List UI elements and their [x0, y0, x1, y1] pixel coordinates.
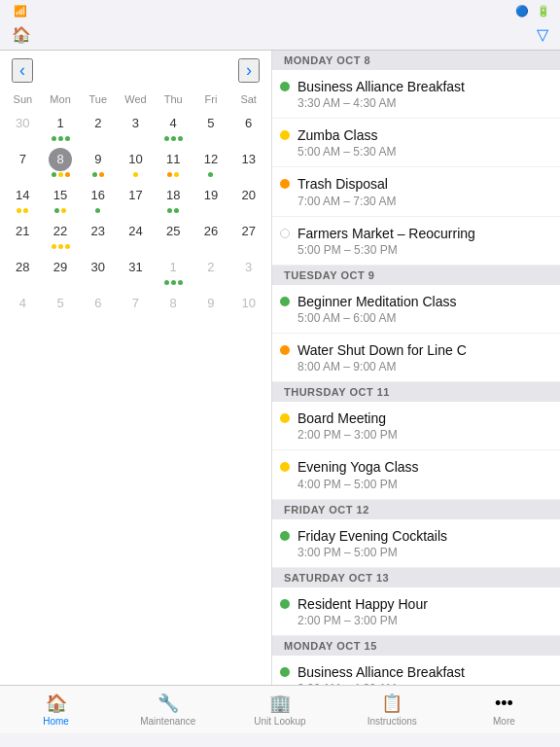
day-dots — [155, 136, 192, 142]
calendar-day-0-0[interactable]: 30 — [4, 108, 42, 144]
event-item-0-1[interactable]: Zumba Class5:00 AM – 5:30 AM — [272, 119, 560, 167]
event-item-3-0[interactable]: Friday Evening Cocktails3:00 PM – 5:00 P… — [272, 519, 560, 568]
event-item-0-3[interactable]: Farmers Market – Reocurring5:00 PM – 5:3… — [272, 217, 560, 266]
calendar-day-5-2[interactable]: 6 — [79, 288, 117, 324]
calendar-day-5-6[interactable]: 10 — [229, 288, 267, 324]
calendar-weeks: 3012345678910111213141516171819202122232… — [0, 108, 271, 324]
event-item-4-0[interactable]: Resident Happy Hour2:00 PM – 3:00 PM — [272, 587, 560, 636]
event-time: 3:30 AM – 4:30 AM — [298, 96, 465, 110]
day-dots — [155, 208, 192, 214]
calendar-day-0-3[interactable]: 3 — [117, 108, 155, 144]
calendar-day-5-3[interactable]: 7 — [117, 288, 155, 324]
calendar-day-5-0[interactable]: 4 — [4, 288, 42, 324]
event-title: Resident Happy Hour — [298, 595, 428, 613]
calendar-day-4-1[interactable]: 29 — [42, 252, 80, 288]
calendar-day-2-6[interactable]: 20 — [229, 180, 267, 216]
event-dot-yellow — [58, 244, 63, 249]
day-number: 30 — [11, 112, 34, 135]
tab-more[interactable]: •••More — [448, 694, 560, 727]
calendar-day-4-3[interactable]: 31 — [117, 252, 155, 288]
calendar-day-3-3[interactable]: 24 — [117, 216, 155, 252]
tab-instructions[interactable]: 📋Instructions — [336, 693, 448, 727]
day-number: 22 — [49, 220, 72, 243]
calendar-day-2-5[interactable]: 19 — [192, 180, 230, 216]
event-item-0-0[interactable]: Business Alliance Breakfast3:30 AM – 4:3… — [272, 70, 560, 119]
day-dots — [42, 208, 80, 214]
calendar-day-4-2[interactable]: 30 — [79, 252, 117, 288]
day-dots — [192, 172, 230, 178]
event-title: Board Meeting — [298, 409, 398, 427]
day-number: 26 — [199, 220, 223, 243]
event-item-5-0[interactable]: Business Alliance Breakfast3:30 AM – 4:3… — [272, 656, 560, 685]
filter-button[interactable]: ▽ — [537, 25, 548, 44]
calendar-day-3-0[interactable]: 21 — [4, 216, 42, 252]
next-month-button[interactable]: › — [238, 58, 260, 83]
event-item-2-1[interactable]: Evening Yoga Class4:00 PM – 5:00 PM — [272, 450, 560, 499]
calendar-day-2-4[interactable]: 18 — [155, 180, 192, 216]
calendar-week-1: 78910111213 — [4, 144, 267, 180]
day-number: 24 — [123, 220, 147, 243]
calendar-day-5-5[interactable]: 9 — [192, 288, 230, 324]
calendar-day-1-6[interactable]: 13 — [229, 144, 267, 180]
event-dot-green — [52, 136, 56, 141]
calendar-day-4-4[interactable]: 1 — [155, 252, 192, 288]
event-title: Friday Evening Cocktails — [298, 527, 447, 545]
event-content: Zumba Class5:00 AM – 5:30 AM — [298, 126, 396, 159]
day-header-sun: Sun — [4, 90, 42, 108]
prev-month-button[interactable]: ‹ — [12, 58, 33, 83]
calendar-day-2-1[interactable]: 15 — [42, 180, 80, 216]
day-dots-empty — [117, 316, 155, 322]
day-dots-empty — [229, 244, 267, 250]
calendar-day-0-4[interactable]: 4 — [155, 108, 192, 144]
calendar-day-4-5[interactable]: 2 — [192, 252, 230, 288]
calendar-day-4-0[interactable]: 28 — [4, 252, 42, 288]
calendar-day-2-3[interactable]: 17 — [117, 180, 155, 216]
calendar-day-3-5[interactable]: 26 — [192, 216, 230, 252]
day-number: 5 — [49, 292, 72, 315]
calendar-day-4-6[interactable]: 3 — [229, 252, 267, 288]
calendar-day-0-5[interactable]: 5 — [192, 108, 230, 144]
calendar-day-0-6[interactable]: 6 — [229, 108, 267, 144]
calendar-day-1-3[interactable]: 10 — [117, 144, 155, 180]
event-title: Zumba Class — [298, 126, 396, 144]
event-item-1-0[interactable]: Beginner Meditation Class5:00 AM – 6:00 … — [272, 285, 560, 334]
calendar-day-1-4[interactable]: 11 — [155, 144, 192, 180]
day-number: 6 — [237, 112, 261, 135]
day-number: 3 — [237, 256, 261, 279]
day-dots-empty — [117, 280, 155, 286]
event-dot-yellow — [65, 244, 70, 249]
event-dot-green — [164, 136, 169, 141]
event-dot-green — [178, 280, 183, 285]
events-panel[interactable]: MONDAY OCT 8Business Alliance Breakfast3… — [272, 51, 560, 685]
calendar-day-1-1[interactable]: 8 — [42, 144, 80, 180]
calendar-header: ‹ › — [0, 51, 271, 90]
event-dot-green — [95, 208, 100, 213]
calendar-day-3-2[interactable]: 23 — [79, 216, 117, 252]
calendar-day-2-2[interactable]: 16 — [79, 180, 117, 216]
calendar-day-1-5[interactable]: 12 — [192, 144, 230, 180]
event-item-2-0[interactable]: Board Meeting2:00 PM – 3:00 PM — [272, 402, 560, 450]
nav-bar: 🏠 ▽ — [0, 21, 560, 51]
calendar-day-3-1[interactable]: 22 — [42, 216, 80, 252]
calendar-day-5-1[interactable]: 5 — [42, 288, 80, 324]
tab-unit-lookup[interactable]: 🏢Unit Lookup — [224, 693, 335, 727]
day-section-header-1: TUESDAY OCT 9 — [272, 266, 560, 285]
calendar-day-1-0[interactable]: 7 — [4, 144, 42, 180]
calendar-day-0-1[interactable]: 1 — [42, 108, 80, 144]
tab-home[interactable]: 🏠Home — [0, 693, 112, 727]
day-number: 2 — [87, 112, 110, 135]
day-dots-empty — [229, 316, 267, 322]
calendar-day-2-0[interactable]: 14 — [4, 180, 42, 216]
calendar-day-3-6[interactable]: 27 — [229, 216, 267, 252]
calendar-day-0-2[interactable]: 2 — [79, 108, 117, 144]
day-dots-empty — [229, 136, 267, 142]
event-item-1-1[interactable]: Water Shut Down for Line C8:00 AM – 9:00… — [272, 334, 560, 382]
calendar-day-3-4[interactable]: 25 — [155, 216, 192, 252]
event-color-dot — [280, 229, 290, 238]
calendar-day-5-4[interactable]: 8 — [155, 288, 192, 324]
calendar-day-1-2[interactable]: 9 — [79, 144, 117, 180]
home-nav-button[interactable]: 🏠 — [12, 25, 35, 44]
more-icon: ••• — [495, 694, 513, 714]
tab-maintenance[interactable]: 🔧Maintenance — [112, 693, 224, 727]
event-item-0-2[interactable]: Trash Disposal7:00 AM – 7:30 AM — [272, 167, 560, 216]
